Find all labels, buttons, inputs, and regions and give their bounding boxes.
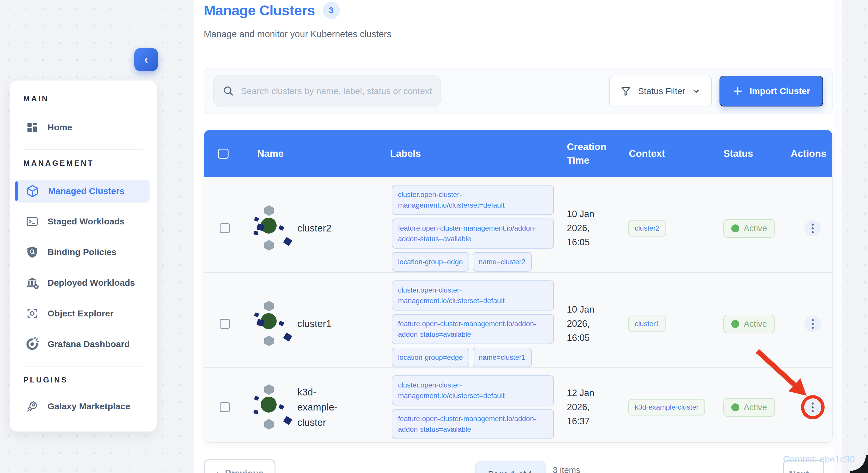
context-chip[interactable]: k3d-example-cluster bbox=[628, 399, 705, 415]
sidebar-item-grafana-dashboard[interactable]: Grafana Dashboard bbox=[22, 332, 145, 356]
previous-page-button[interactable]: ‹ Previous bbox=[204, 460, 275, 473]
sidebar-item-staged-workloads[interactable]: Staged Workloads bbox=[22, 210, 145, 233]
search-placeholder: Search clusters by name, label, status o… bbox=[241, 86, 432, 96]
status-badge: Active bbox=[723, 315, 775, 333]
sidebar-item-deployed-workloads[interactable]: Deployed Workloads bbox=[22, 271, 145, 295]
label-chip: location-group=edge bbox=[392, 348, 469, 367]
label-chip: cluster.open-cluster-management.io/clust… bbox=[392, 185, 554, 215]
chevron-left-icon: ‹ bbox=[144, 54, 148, 66]
grafana-icon bbox=[25, 337, 39, 351]
sidebar-divider bbox=[23, 366, 143, 367]
context-chip[interactable]: cluster2 bbox=[628, 220, 666, 236]
sidebar-section-management: MANAGEMENT bbox=[22, 159, 145, 168]
sidebar-item-binding-policies[interactable]: Binding Policies bbox=[22, 240, 145, 264]
bank-check-icon bbox=[25, 276, 39, 290]
window-corner bbox=[850, 455, 868, 473]
row-checkbox[interactable] bbox=[220, 402, 230, 412]
import-cluster-label: Import Cluster bbox=[750, 86, 810, 96]
sidebar-divider bbox=[23, 149, 143, 150]
cluster-count-badge: 3 bbox=[323, 2, 340, 19]
status-filter-label: Status Filter bbox=[638, 86, 685, 96]
label-chip: feature.open-cluster-management.io/addon… bbox=[392, 218, 554, 248]
status-badge: Active bbox=[723, 219, 775, 238]
table-row-cluster2: cluster2 cluster.open-cluster-management… bbox=[204, 177, 832, 272]
main-content: Manage Clusters 3 Manage and monitor you… bbox=[194, 0, 842, 473]
sidebar-collapse-button[interactable]: ‹ bbox=[134, 48, 158, 71]
column-header-context: Context bbox=[619, 148, 710, 159]
cluster-name: cluster2 bbox=[297, 221, 350, 236]
toolbar: Search clusters by name, label, status o… bbox=[204, 68, 833, 114]
label-chip: feature.open-cluster-management.io/addon… bbox=[392, 409, 554, 439]
table-row-k3d-example-cluster: k3d-example-cluster cluster.open-cluster… bbox=[204, 367, 832, 442]
sidebar-item-label: Galaxy Marketplace bbox=[48, 401, 130, 411]
label-chip: feature.open-cluster-management.io/addon… bbox=[392, 314, 554, 344]
label-chip: cluster.open-cluster-management.io/clust… bbox=[392, 375, 554, 405]
cluster-icon bbox=[249, 300, 292, 347]
creation-time: 10 Jan 2026, 16:05 bbox=[567, 207, 608, 249]
sidebar-section-plugins: PLUGINS bbox=[22, 375, 145, 384]
chevron-right-icon: › bbox=[815, 469, 818, 473]
sidebar-item-galaxy-marketplace[interactable]: Galaxy Marketplace bbox=[22, 395, 145, 418]
page-title: Manage Clusters bbox=[204, 2, 315, 19]
sidebar-item-home[interactable]: Home bbox=[22, 115, 145, 139]
sidebar-item-label: Staged Workloads bbox=[48, 216, 125, 227]
funnel-icon bbox=[620, 86, 631, 97]
status-dot-icon bbox=[731, 225, 739, 232]
creation-time: 10 Jan 2026, 16:05 bbox=[567, 303, 608, 345]
shield-search-icon bbox=[25, 245, 39, 259]
page-indicator: Page 1 of 1 bbox=[475, 461, 546, 473]
scan-icon bbox=[25, 306, 39, 320]
sidebar: MAIN Home MANAGEMENT Managed Clusters St… bbox=[9, 80, 157, 432]
page-subtitle: Manage and monitor your Kubernetes clust… bbox=[204, 29, 392, 39]
import-cluster-button[interactable]: Import Cluster bbox=[719, 76, 823, 106]
label-chip: cluster.open-cluster-management.io/clust… bbox=[392, 280, 554, 310]
row-actions-button-annotated[interactable] bbox=[805, 399, 821, 415]
label-chip: name=cluster1 bbox=[473, 348, 532, 367]
cluster-name: cluster1 bbox=[297, 316, 350, 331]
cluster-name: k3d-example-cluster bbox=[297, 384, 350, 430]
sidebar-main-divider bbox=[165, 41, 165, 473]
status-badge: Active bbox=[723, 398, 775, 417]
row-actions-button[interactable] bbox=[805, 220, 821, 236]
sidebar-item-label: Deployed Workloads bbox=[48, 278, 135, 288]
sidebar-item-label: Object Explorer bbox=[48, 308, 113, 318]
column-header-status: Status bbox=[710, 148, 775, 159]
plus-icon bbox=[733, 86, 743, 96]
sidebar-item-label: Managed Clusters bbox=[48, 186, 124, 196]
label-chip: name=cluster2 bbox=[473, 252, 532, 272]
items-count: 3 items bbox=[553, 465, 580, 473]
row-checkbox[interactable] bbox=[220, 319, 230, 329]
dashboard-icon bbox=[25, 120, 39, 134]
cube-icon bbox=[25, 184, 40, 199]
chevron-left-icon: ‹ bbox=[216, 468, 218, 473]
cluster-icon bbox=[249, 384, 292, 431]
column-header-name: Name bbox=[245, 148, 381, 159]
search-icon bbox=[222, 85, 235, 98]
column-header-creation-time: Creation Time bbox=[560, 140, 619, 167]
column-header-labels: Labels bbox=[381, 148, 560, 159]
row-checkbox[interactable] bbox=[220, 223, 230, 233]
current-page-number: 1 bbox=[511, 469, 516, 473]
cluster-icon bbox=[249, 205, 292, 252]
select-all-checkbox[interactable] bbox=[218, 148, 228, 159]
label-chip: location-group=edge bbox=[392, 252, 469, 272]
context-chip[interactable]: cluster1 bbox=[628, 315, 666, 332]
status-dot-icon bbox=[731, 320, 739, 328]
sidebar-item-object-explorer[interactable]: Object Explorer bbox=[22, 302, 145, 325]
chevron-down-icon bbox=[692, 87, 701, 96]
status-filter-button[interactable]: Status Filter bbox=[609, 76, 712, 106]
sidebar-item-label: Home bbox=[48, 123, 72, 132]
table-row-cluster1: cluster1 cluster.open-cluster-management… bbox=[204, 272, 832, 367]
clusters-table: Name Labels Creation Time Context Status… bbox=[204, 130, 833, 443]
sidebar-item-managed-clusters[interactable]: Managed Clusters bbox=[15, 179, 150, 203]
status-dot-icon bbox=[731, 403, 739, 411]
terminal-icon bbox=[25, 214, 39, 229]
sidebar-section-main: MAIN bbox=[22, 94, 145, 103]
creation-time: 12 Jan 2026, 16:37 bbox=[567, 386, 608, 429]
sidebar-item-label: Grafana Dashboard bbox=[48, 339, 130, 349]
row-actions-button[interactable] bbox=[805, 315, 821, 332]
table-header-row: Name Labels Creation Time Context Status… bbox=[204, 130, 832, 177]
search-input[interactable]: Search clusters by name, label, status o… bbox=[213, 75, 441, 107]
rocket-icon bbox=[25, 399, 39, 413]
commit-hash-label: Commit: ebe1c30 bbox=[783, 454, 855, 465]
